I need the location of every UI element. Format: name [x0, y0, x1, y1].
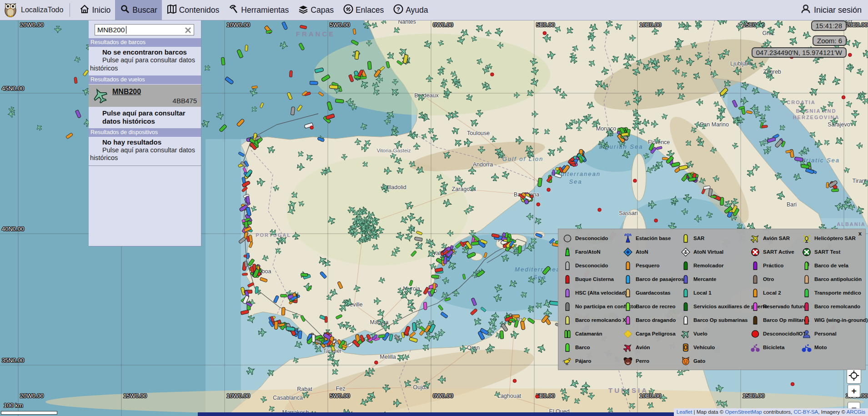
bullet-icon: [680, 288, 691, 298]
lighthouse-icon: [562, 247, 573, 257]
legend-item: Pájaro: [562, 354, 622, 368]
bullet-icon: [750, 316, 761, 325]
nav-item-enlaces[interactable]: Enlaces: [338, 0, 388, 20]
bullet-icon: [680, 316, 691, 325]
nav-item-buscar[interactable]: Buscar: [115, 0, 161, 20]
flights-history-link[interactable]: Pulse aquí para consultar datos históric…: [102, 109, 188, 125]
legend-item: Barco remolcando: [801, 300, 865, 313]
zoom-in-button[interactable]: +: [848, 385, 860, 397]
legend-item: Mercante: [680, 272, 750, 286]
nav-item-herramientas[interactable]: Herramientas: [224, 0, 293, 20]
circle-icon: [750, 329, 761, 339]
hammer-icon: [228, 4, 239, 17]
locate-button[interactable]: [847, 369, 861, 384]
bullet-icon: [562, 288, 573, 298]
legend-item-label: Avión: [636, 345, 650, 350]
attribution-link[interactable]: ARCGis: [846, 409, 865, 415]
bullet-icon: [680, 275, 691, 284]
plane-icon: [680, 329, 691, 339]
nav-item-contenidos[interactable]: Contenidos: [162, 0, 224, 20]
antenna-icon: [622, 234, 633, 243]
legend-item-label: Personal: [814, 331, 837, 336]
nav-item-inicio[interactable]: Inicio: [75, 0, 115, 20]
legend-item-label: Perro: [636, 358, 649, 364]
circle-cross-icon: [801, 247, 812, 257]
bicycle-icon: [750, 343, 761, 352]
legend-item: Carga Peligrosa: [622, 327, 680, 341]
legend-item: SAR: [680, 231, 750, 245]
legend-item-label: Catamarán: [575, 331, 602, 336]
scale-label: 100 km: [4, 402, 23, 409]
legend-item-label: Reservado futuro: [763, 304, 806, 309]
legend-panel: x DesconocidoEstación baseSARAvión SARHe…: [558, 229, 866, 370]
legend-item: Barco antipolución: [801, 272, 865, 286]
search-results-panel: Resultados de barcos No se encontraron b…: [89, 20, 201, 246]
bird-icon: [562, 356, 573, 366]
legend-item: Pesquero: [622, 259, 680, 272]
bullet-icon: [622, 261, 633, 271]
login-button[interactable]: Iniciar sesión: [800, 3, 868, 17]
attribution-link[interactable]: OpenStreetMap: [725, 409, 762, 415]
legend-item-label: Barco Op submarinas: [693, 317, 748, 323]
circle-icon: [562, 234, 573, 243]
bullet-icon: [562, 302, 573, 311]
legend-item-label: Vehículo: [693, 345, 715, 350]
flights-results-header: Resultados de vuelos: [89, 75, 201, 84]
legend-item: Barco de vela: [801, 259, 865, 272]
legend-item-label: Buque Cisterna: [575, 276, 614, 282]
legend-item: Avión SAR: [750, 231, 801, 245]
bullet-icon: [680, 302, 691, 311]
legend-item-label: Local 2: [763, 290, 781, 296]
legend-item-label: Barco remolcando XL: [575, 317, 629, 323]
search-input[interactable]: [95, 24, 194, 35]
legend-item: Barco de recreo: [622, 300, 680, 313]
legend-item: SART Test: [801, 245, 865, 259]
svg-text:?: ?: [396, 5, 400, 12]
devices-results-header: Resultados de dispositivos: [89, 128, 201, 137]
plane-icon: [750, 234, 761, 243]
search-icon: [120, 4, 130, 17]
nav-item-capas[interactable]: Capas: [293, 0, 338, 20]
diamond-plus-icon: [622, 247, 633, 257]
legend-item-label: Desconocido: [575, 263, 608, 268]
attribution-link[interactable]: Leaflet: [677, 409, 692, 415]
legend-item-label: Gato: [693, 358, 705, 364]
zoom-level-badge: Zoom: 6: [813, 35, 847, 46]
close-legend-button[interactable]: x: [858, 230, 862, 237]
devices-history-link[interactable]: Pulse aquí para consultar datos históric…: [90, 146, 199, 162]
brand-label: LocalizaTodo: [21, 6, 63, 14]
legend-item-label: Carga Peligrosa: [636, 331, 676, 336]
legend-item-label: Transporte médico: [814, 290, 861, 296]
legend-item: Barco: [562, 341, 622, 354]
bullet-icon: [801, 302, 812, 311]
legend-item-label: HSC (Alta velocidad): [575, 290, 627, 296]
flight-result-row[interactable]: MNB200 4BB475: [89, 85, 201, 107]
bullet-icon: [562, 343, 573, 352]
person-icon: [801, 329, 812, 339]
legend-item: SART Active: [750, 245, 801, 259]
legend-item-label: Barco: [575, 345, 590, 350]
attribution: Leaflet | Map data © OpenStreetMap contr…: [674, 408, 868, 416]
legend-item-label: Moto: [814, 345, 827, 350]
flight-callsign-link[interactable]: MNB200: [112, 88, 141, 96]
bullet-icon: [622, 316, 633, 325]
ships-history-link[interactable]: Pulse aquí para consultar datos históric…: [90, 56, 199, 72]
flight-plane-icon: [92, 88, 108, 105]
legend-item-label: Otro: [763, 276, 774, 282]
help-icon: ?: [393, 4, 404, 17]
legend-item-label: Práctico: [763, 263, 783, 268]
nav-item-ayuda[interactable]: ? Ayuda: [388, 0, 432, 20]
clear-search-icon[interactable]: [185, 27, 191, 34]
bullet-icon: [750, 302, 761, 311]
brand[interactable]: LocalizaTodo: [0, 0, 70, 20]
legend-item: Vehículo: [680, 341, 750, 354]
legend-item: Perro: [622, 354, 680, 368]
crosshair-icon: [848, 370, 860, 384]
attribution-link[interactable]: CC-BY-SA: [793, 409, 818, 415]
legend-item: Guardacostas: [622, 286, 680, 300]
person-icon: [800, 3, 812, 17]
legend-item: Catamarán: [562, 327, 622, 341]
legend-item-label: Barco dragando: [636, 317, 676, 323]
legend-item: Gato: [680, 354, 750, 368]
legend-item: Otro: [750, 272, 801, 286]
